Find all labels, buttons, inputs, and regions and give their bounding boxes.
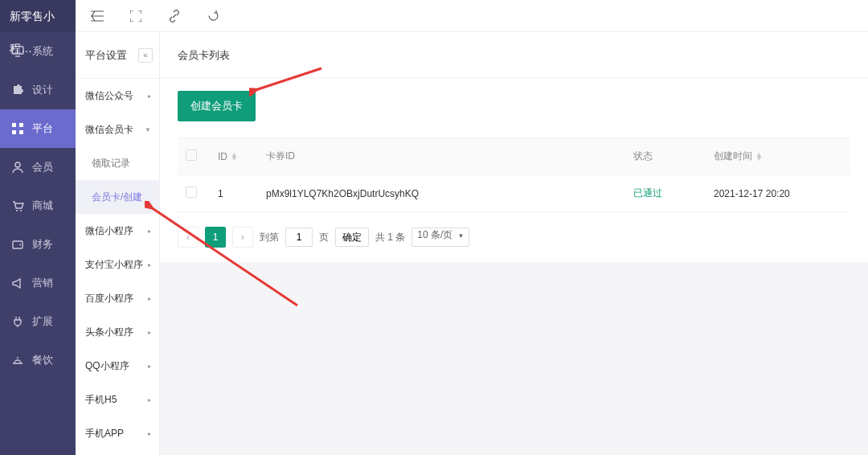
topbar (76, 0, 868, 32)
sub-nav-item[interactable]: QQ小程序▸ (76, 349, 159, 383)
nav-label: 设计 (32, 83, 53, 97)
svg-rect-8 (13, 241, 23, 248)
link-icon[interactable] (167, 9, 182, 23)
dish-icon (11, 354, 24, 367)
nav-label: 营销 (32, 276, 53, 290)
col-created: 创建时间 (714, 150, 752, 162)
sub-nav-label: 头条小程序 (85, 326, 133, 339)
chevron-right-icon: ▸ (148, 363, 151, 370)
nav-item-user[interactable]: 会员 (0, 148, 76, 187)
nav-label: 会员 (32, 160, 53, 174)
sub-nav-item[interactable]: 头条小程序▸ (76, 315, 159, 349)
cell-cardid: pMx9l1YLQ7Kh2OBxjDutrUcsyhKQ (258, 175, 625, 212)
cell-created: 2021-12-17 20:20 (706, 175, 850, 212)
pager-goto-suffix: 页 (319, 231, 329, 244)
sub-nav-label: 手机APP (85, 427, 124, 441)
pager-confirm-button[interactable]: 确定 (335, 228, 369, 247)
nav-item-puzzle[interactable]: 设计 (0, 71, 76, 109)
nav-label: 扩展 (32, 314, 53, 329)
refresh-icon[interactable] (206, 9, 220, 23)
chevron-right-icon: ▸ (148, 92, 151, 100)
nav-item-plug[interactable]: 扩展 (0, 302, 76, 341)
menu-toggle-icon[interactable] (90, 9, 104, 23)
sub-nav-label: 微信公众号 (85, 89, 133, 103)
svg-rect-0 (12, 47, 23, 54)
svg-point-5 (15, 162, 20, 167)
sub-nav-label: 百度小程序 (85, 292, 133, 305)
horn-icon (11, 277, 24, 289)
collapse-subnav-button[interactable]: « (138, 48, 153, 63)
chevron-down-icon: ▼ (145, 126, 151, 133)
nav-label: 商城 (32, 199, 53, 213)
nav-label: 系统 (32, 44, 53, 59)
sub-nav-label: 微信小程序 (85, 224, 133, 238)
annotation-arrow (249, 64, 330, 96)
nav-item-wallet[interactable]: 财务 (0, 225, 76, 264)
svg-line-11 (151, 207, 297, 305)
svg-rect-3 (12, 130, 16, 134)
sub-nav-item[interactable]: 手机APP▸ (76, 416, 159, 450)
grid-icon (11, 122, 24, 135)
chevron-down-icon: ▼ (457, 232, 464, 240)
sub-nav-label: 手机H5 (85, 393, 117, 407)
nav-label: 餐饮 (32, 353, 53, 367)
nav-item-horn[interactable]: 营销 (0, 264, 76, 302)
sub-nav-title: 平台设置 (85, 48, 127, 63)
sort-icon[interactable]: ▲▼ (231, 153, 238, 161)
cell-status: 已通过 (625, 175, 706, 212)
pager-pagesize-select[interactable]: 10 条/页 ▼ (411, 228, 469, 247)
monitor-icon (11, 45, 24, 58)
sub-nav-header: 平台设置 « (76, 32, 159, 79)
sub-nav-item[interactable]: 微信会员卡▼ (76, 113, 159, 146)
annotation-arrow (145, 201, 305, 314)
sub-nav-label: QQ小程序 (85, 359, 129, 373)
user-icon (11, 161, 24, 174)
puzzle-icon (11, 84, 24, 96)
svg-rect-1 (12, 123, 16, 127)
pager-total: 共 1 条 (375, 231, 405, 244)
sub-nav-label: 会员卡/创建 (92, 191, 142, 204)
nav-label: 财务 (32, 237, 53, 252)
main-nav-list: 系统设计平台会员商城财务营销扩展餐饮 (0, 32, 76, 379)
svg-point-9 (19, 244, 21, 246)
select-all-checkbox[interactable] (186, 150, 197, 161)
sort-icon[interactable]: ▲▼ (755, 153, 763, 161)
sub-nav-label: 领取记录 (92, 157, 130, 170)
sub-nav-label: 支付宝小程序 (85, 258, 143, 272)
svg-point-6 (16, 210, 18, 211)
nav-item-cart[interactable]: 商城 (0, 187, 76, 225)
row-checkbox[interactable] (186, 187, 197, 198)
create-card-button[interactable]: 创建会员卡 (178, 91, 256, 121)
wallet-icon (11, 238, 24, 251)
svg-line-10 (256, 68, 321, 90)
svg-rect-4 (19, 130, 23, 134)
sidebar-main: 新零售小程… 系统设计平台会员商城财务营销扩展餐饮 (0, 0, 76, 455)
col-cardid: 卡券ID (266, 150, 295, 162)
cart-icon (11, 199, 24, 212)
svg-point-7 (20, 210, 22, 211)
chevron-right-icon: ▸ (148, 430, 151, 437)
col-id: ID (218, 151, 227, 162)
brand-title: 新零售小程… (0, 0, 76, 32)
chevron-right-icon: ▸ (148, 329, 151, 336)
svg-rect-2 (19, 123, 23, 127)
sub-nav-item[interactable]: 手机H5▸ (76, 383, 159, 416)
nav-label: 平台 (32, 121, 53, 136)
fullscreen-icon[interactable] (129, 9, 143, 23)
plug-icon (11, 315, 24, 328)
col-status: 状态 (633, 150, 653, 162)
chevron-right-icon: ▸ (148, 396, 151, 404)
sub-nav-item[interactable]: 微信公众号▸ (76, 79, 159, 113)
sub-nav-item[interactable]: 领取记录 (76, 146, 159, 180)
nav-item-grid[interactable]: 平台 (0, 109, 76, 148)
nav-item-dish[interactable]: 餐饮 (0, 341, 76, 379)
sub-nav-label: 微信会员卡 (85, 123, 133, 137)
